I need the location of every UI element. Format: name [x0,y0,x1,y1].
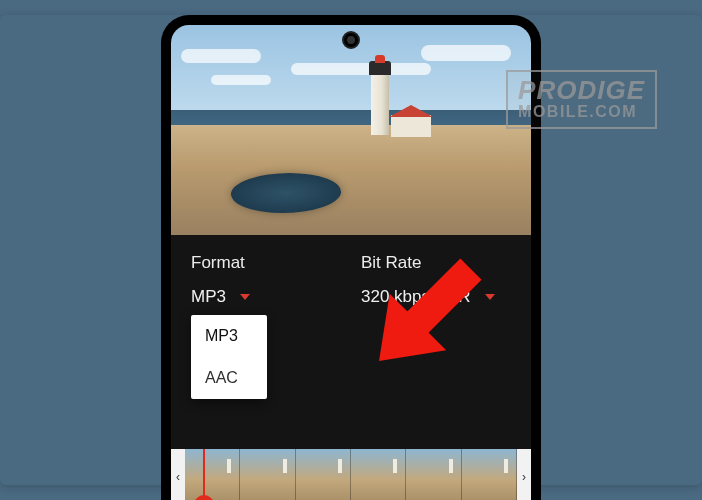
video-preview[interactable] [171,25,531,235]
preview-tidepool [227,173,344,213]
canvas: Format MP3 MP3 AAC Bit Rate 320 kbps CBR [0,15,702,485]
timeline-thumb[interactable] [351,449,406,500]
preview-rocks [171,125,531,235]
format-column: Format MP3 MP3 AAC [191,253,341,307]
export-controls: Format MP3 MP3 AAC Bit Rate 320 kbps CBR [171,235,531,317]
preview-keeper-house [391,115,431,137]
preview-lighthouse [371,73,389,135]
format-selector[interactable]: MP3 [191,287,341,307]
watermark: PRODIGE MOBILE.COM [506,70,657,129]
timeline-thumb[interactable] [296,449,351,500]
format-dropdown: MP3 AAC [191,315,267,399]
chevron-down-icon [240,294,250,300]
chevron-down-icon [485,294,495,300]
timeline-prev-button[interactable]: ‹ [171,449,185,500]
timeline-playhead[interactable] [203,449,205,500]
bitrate-column: Bit Rate 320 kbps CBR [361,253,511,307]
phone-frame: Format MP3 MP3 AAC Bit Rate 320 kbps CBR [161,15,541,500]
phone-screen: Format MP3 MP3 AAC Bit Rate 320 kbps CBR [171,25,531,500]
timeline-next-button[interactable]: › [517,449,531,500]
timeline-thumb[interactable] [406,449,461,500]
format-option-mp3[interactable]: MP3 [191,315,267,357]
bitrate-label: Bit Rate [361,253,511,273]
bitrate-selector[interactable]: 320 kbps CBR [361,287,511,307]
watermark-line2: MOBILE.COM [518,103,645,121]
chevron-left-icon: ‹ [176,470,180,484]
bitrate-value: 320 kbps CBR [361,287,471,307]
preview-clouds [171,45,531,105]
watermark-line1: PRODIGE [518,78,645,103]
camera-notch [342,31,360,49]
timeline-thumb[interactable] [462,449,517,500]
format-value: MP3 [191,287,226,307]
timeline-thumb[interactable] [240,449,295,500]
timeline-strip[interactable] [185,449,517,500]
format-label: Format [191,253,341,273]
timeline: ‹ › [171,449,531,500]
format-option-aac[interactable]: AAC [191,357,267,399]
chevron-right-icon: › [522,470,526,484]
timeline-thumb[interactable] [185,449,240,500]
